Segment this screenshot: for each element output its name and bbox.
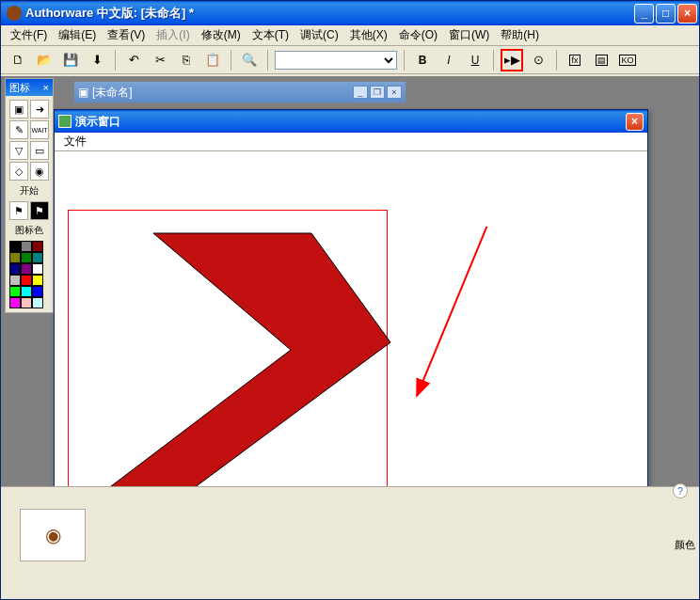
- variables-button[interactable]: ▤: [590, 49, 612, 71]
- interaction-icon-tool[interactable]: ◉: [30, 162, 49, 181]
- minimize-button[interactable]: _: [634, 4, 654, 24]
- functions-button[interactable]: fx: [564, 49, 586, 71]
- wait-icon-tool[interactable]: WAIT: [30, 120, 49, 139]
- presentation-file-menu[interactable]: 文件: [58, 132, 92, 151]
- menu-help[interactable]: 帮助(H): [495, 25, 545, 45]
- maximize-button[interactable]: □: [656, 4, 676, 24]
- color-swatch[interactable]: [9, 286, 21, 297]
- color-swatch[interactable]: [21, 252, 32, 263]
- display-icon-tool[interactable]: ▣: [9, 100, 28, 118]
- paste-button[interactable]: 📋: [201, 49, 224, 71]
- color-swatch[interactable]: [32, 286, 43, 297]
- import-button[interactable]: ⬇: [86, 49, 108, 71]
- divider-icon: [556, 50, 557, 71]
- menu-edit[interactable]: 编辑(E): [53, 25, 102, 45]
- toolbar: 🗋 📂 💾 ⬇ ↶ ✂ ⎘ 📋 🔍 B I U ▸▶ ⊙ fx ▤ KO: [1, 46, 699, 74]
- italic-button[interactable]: I: [438, 49, 460, 71]
- divider-icon: [404, 50, 405, 71]
- menu-modify[interactable]: 修改(M): [196, 25, 247, 45]
- undo-button[interactable]: ↶: [122, 49, 145, 71]
- palette-close-button[interactable]: ×: [43, 82, 49, 93]
- save-all-button[interactable]: 💾: [59, 49, 82, 71]
- presentation-titlebar[interactable]: 演示窗口 ×: [55, 110, 647, 133]
- bold-button[interactable]: B: [411, 49, 434, 71]
- doc-icon: ▣: [78, 86, 88, 99]
- import-icon: ⬇: [92, 53, 103, 67]
- menu-debug[interactable]: 调试(C): [294, 25, 344, 45]
- new-icon: 🗋: [12, 53, 24, 67]
- color-swatch[interactable]: [21, 263, 32, 275]
- start-flag-tool[interactable]: ⚑: [9, 201, 28, 220]
- color-swatch[interactable]: [32, 241, 43, 252]
- fx-icon: fx: [569, 55, 580, 66]
- menu-view[interactable]: 查看(V): [102, 25, 151, 45]
- underline-button[interactable]: U: [464, 49, 486, 71]
- icon-color-label: 图标色: [9, 222, 49, 239]
- menu-other[interactable]: 其他(X): [344, 25, 393, 45]
- color-swatch[interactable]: [32, 252, 43, 263]
- document-window: ▣ [未命名] _ ❐ ×: [74, 82, 406, 103]
- svg-line-2: [417, 227, 506, 396]
- bold-icon: B: [419, 54, 427, 67]
- save-all-icon: 💾: [63, 53, 78, 67]
- red-arrow-shape[interactable]: [78, 220, 398, 512]
- paste-icon: 📋: [205, 53, 220, 67]
- color-swatch[interactable]: [21, 241, 32, 252]
- stop-flag-tool[interactable]: ⚑: [30, 201, 49, 220]
- menu-command[interactable]: 命令(O): [393, 25, 443, 45]
- framework-icon-tool[interactable]: ▭: [30, 141, 49, 160]
- italic-icon: I: [447, 54, 450, 67]
- copy-button[interactable]: ⎘: [175, 49, 198, 71]
- menu-file[interactable]: 文件(F): [5, 25, 53, 45]
- doc-close-button[interactable]: ×: [387, 86, 402, 99]
- color-swatch[interactable]: [32, 297, 43, 308]
- start-flag-label: 开始: [9, 182, 49, 199]
- color-swatch[interactable]: [9, 263, 21, 275]
- color-swatch[interactable]: [9, 241, 21, 252]
- open-icon: 📂: [37, 53, 52, 67]
- find-button[interactable]: 🔍: [238, 49, 261, 71]
- run-button[interactable]: ▸▶: [501, 49, 523, 71]
- control-icon: ⊙: [533, 53, 544, 67]
- motion-icon-tool[interactable]: ➜: [30, 100, 49, 118]
- icon-preview[interactable]: ◉: [20, 509, 86, 561]
- menu-insert[interactable]: 插入(I): [151, 25, 195, 45]
- ko-icon: KO: [619, 55, 635, 66]
- new-button[interactable]: 🗋: [7, 49, 29, 71]
- properties-panel: ◉: [1, 486, 699, 599]
- palette-body: ▣ ➜ ✎ WAIT ▽ ▭ ◇ ◉ 开始 ⚑ ⚑ 图标色: [6, 96, 53, 312]
- help-button[interactable]: ?: [673, 483, 688, 498]
- menu-window[interactable]: 窗口(W): [443, 25, 495, 45]
- document-titlebar[interactable]: ▣ [未命名] _ ❐ ×: [74, 82, 406, 103]
- erase-icon-tool[interactable]: ✎: [9, 120, 28, 139]
- divider-icon: [115, 50, 116, 71]
- color-swatch[interactable]: [32, 263, 43, 275]
- open-button[interactable]: 📂: [33, 49, 56, 71]
- doc-restore-button[interactable]: ❐: [370, 86, 385, 99]
- color-swatch[interactable]: [32, 275, 43, 286]
- undo-icon: ↶: [129, 53, 139, 67]
- color-swatch[interactable]: [9, 275, 21, 286]
- color-swatches: [9, 241, 49, 308]
- font-select[interactable]: [275, 51, 397, 70]
- decision-icon-tool[interactable]: ◇: [9, 162, 28, 181]
- presentation-close-button[interactable]: ×: [626, 113, 644, 131]
- color-swatch[interactable]: [9, 297, 21, 308]
- app-main-window: Authorware 中文版: [未命名] * _ □ × 文件(F) 编辑(E…: [0, 0, 700, 600]
- color-swatch[interactable]: [21, 275, 32, 286]
- close-button[interactable]: ×: [677, 4, 697, 24]
- underline-icon: U: [471, 54, 480, 67]
- doc-minimize-button[interactable]: _: [353, 86, 368, 99]
- color-swatch[interactable]: [9, 252, 21, 263]
- divider-icon: [231, 50, 231, 71]
- control-panel-button[interactable]: ⊙: [527, 49, 549, 71]
- navigate-icon-tool[interactable]: ▽: [9, 141, 28, 160]
- palette-titlebar[interactable]: 图标 ×: [6, 79, 53, 96]
- cut-button[interactable]: ✂: [149, 49, 171, 71]
- color-swatch[interactable]: [21, 297, 32, 308]
- palette-title: 图标: [9, 81, 30, 95]
- menu-text[interactable]: 文本(T): [247, 25, 294, 45]
- knowledge-button[interactable]: KO: [616, 49, 639, 71]
- color-swatch[interactable]: [21, 286, 32, 297]
- vars-icon: ▤: [596, 55, 608, 66]
